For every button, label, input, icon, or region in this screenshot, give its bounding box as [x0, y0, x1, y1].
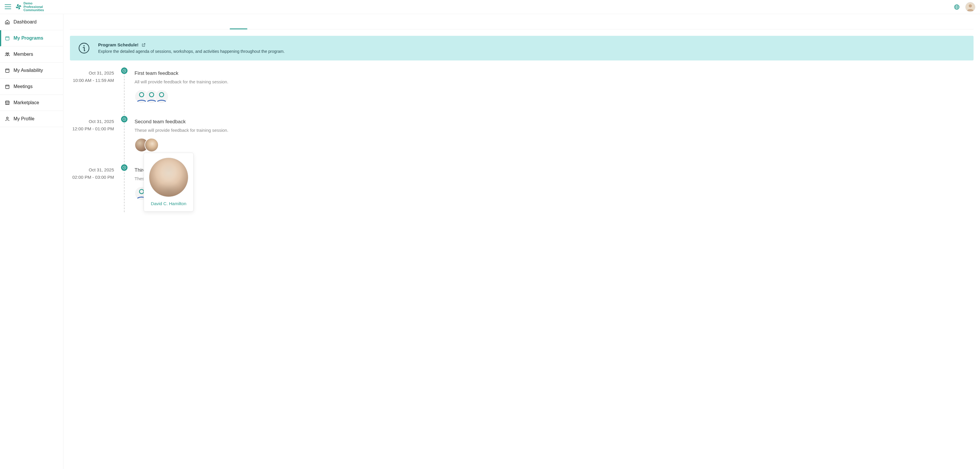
event-time: 10:00 AM - 11:59 AM	[70, 78, 114, 83]
event-desc: These will provide feedback for training…	[135, 128, 974, 133]
sidebar-item-meetings[interactable]: Meetings	[0, 79, 63, 95]
event-body: Second team feedback These will provide …	[120, 119, 974, 152]
sidebar-item-label: Marketplace	[14, 100, 39, 105]
sidebar-item-my-availability[interactable]: My Availability	[0, 62, 63, 79]
info-banner-title: Program Schedule!	[98, 42, 138, 47]
sidebar-item-dashboard[interactable]: Dashboard	[0, 14, 63, 30]
event-time: 02:00 PM - 03:00 PM	[70, 174, 114, 180]
layout: Dashboard My Programs Members My Availab…	[0, 14, 980, 469]
event-title: First team feedback	[135, 70, 974, 76]
event-title: Third	[135, 167, 974, 173]
popover-avatar[interactable]	[149, 158, 188, 197]
user-icon	[5, 116, 10, 122]
tab-bar	[70, 14, 974, 29]
brand-line1: Demo	[24, 2, 44, 5]
event-desc: All will provide feedback for the traini…	[135, 79, 974, 84]
home-icon	[5, 19, 10, 25]
info-banner-title-row: Program Schedule!	[98, 42, 285, 47]
info-banner: Program Schedule! Explore the detailed a…	[70, 36, 974, 60]
info-icon	[78, 42, 90, 54]
info-banner-desc: Explore the detailed agenda of sessions,…	[98, 49, 285, 54]
event-title: Second team feedback	[135, 119, 974, 125]
popover-user-name[interactable]: David C. Hamilton	[151, 201, 186, 206]
sidebar-item-members[interactable]: Members	[0, 46, 63, 62]
event-participants: David C. Hamilton	[135, 138, 974, 152]
svg-rect-9	[6, 69, 9, 73]
topbar-left: Demo Professional Communities	[5, 2, 44, 12]
event-datetime: Oct 31, 2025 10:00 AM - 11:59 AM	[70, 70, 120, 104]
language-button[interactable]	[954, 4, 960, 10]
sidebar-item-marketplace[interactable]: Marketplace	[0, 95, 63, 111]
event-body: First team feedback All will provide fee…	[120, 70, 974, 104]
svg-point-8	[8, 53, 9, 54]
sidebar: Dashboard My Programs Members My Availab…	[0, 14, 64, 469]
calendar-icon	[5, 35, 10, 41]
timeline-event: Oct 31, 2025 02:00 PM - 03:00 PM Third T…	[70, 164, 974, 212]
participant-avatar[interactable]	[154, 90, 169, 104]
sidebar-item-label: My Profile	[14, 116, 34, 122]
pinwheel-icon	[15, 3, 22, 10]
external-link-icon[interactable]	[142, 43, 146, 47]
event-desc: Thes	[135, 176, 974, 181]
menu-toggle-button[interactable]	[5, 5, 11, 9]
main-content: Program Schedule! Explore the detailed a…	[64, 14, 980, 469]
event-datetime: Oct 31, 2025 12:00 PM - 01:00 PM	[70, 119, 120, 152]
calendar-icon	[5, 84, 10, 89]
svg-rect-11	[6, 85, 9, 89]
active-tab-indicator	[230, 29, 247, 29]
info-banner-body: Program Schedule! Explore the detailed a…	[98, 42, 285, 54]
users-icon	[5, 52, 10, 57]
sidebar-item-label: My Availability	[14, 68, 43, 73]
event-date: Oct 31, 2025	[70, 119, 114, 124]
sidebar-item-my-profile[interactable]: My Profile	[0, 111, 63, 127]
event-date: Oct 31, 2025	[70, 70, 114, 75]
user-placeholder-icon	[155, 90, 168, 103]
event-time: 12:00 PM - 01:00 PM	[70, 126, 114, 131]
svg-point-17	[83, 45, 84, 46]
event-datetime: Oct 31, 2025 02:00 PM - 03:00 PM	[70, 167, 120, 200]
user-popover: David C. Hamilton	[144, 153, 194, 212]
timeline: Oct 31, 2025 10:00 AM - 11:59 AM First t…	[70, 67, 974, 212]
brand-text: Demo Professional Communities	[24, 2, 44, 12]
topbar-right	[954, 2, 975, 12]
event-body: Third Thes	[120, 167, 974, 200]
event-participants	[135, 90, 974, 104]
brand-line3: Communities	[24, 8, 44, 12]
svg-point-15	[6, 117, 8, 119]
user-avatar-button[interactable]	[965, 2, 975, 12]
avatar-icon	[966, 2, 975, 12]
sidebar-item-my-programs[interactable]: My Programs	[0, 30, 63, 46]
event-date: Oct 31, 2025	[70, 167, 114, 172]
topbar: Demo Professional Communities	[0, 0, 980, 14]
event-participants	[135, 186, 974, 200]
svg-point-4	[969, 4, 972, 7]
participant-avatar[interactable]	[145, 138, 159, 152]
timeline-event: Oct 31, 2025 10:00 AM - 11:59 AM First t…	[70, 67, 974, 115]
brand-logo[interactable]: Demo Professional Communities	[15, 2, 44, 12]
store-icon	[5, 100, 10, 105]
sidebar-item-label: My Programs	[14, 35, 43, 41]
svg-rect-5	[6, 37, 9, 40]
sidebar-item-label: Meetings	[14, 84, 33, 89]
timeline-event: Oct 31, 2025 12:00 PM - 01:00 PM Second …	[70, 115, 974, 164]
sidebar-item-label: Dashboard	[14, 19, 37, 25]
svg-point-7	[6, 53, 7, 54]
calendar-icon	[5, 68, 10, 73]
sidebar-item-label: Members	[14, 52, 33, 57]
